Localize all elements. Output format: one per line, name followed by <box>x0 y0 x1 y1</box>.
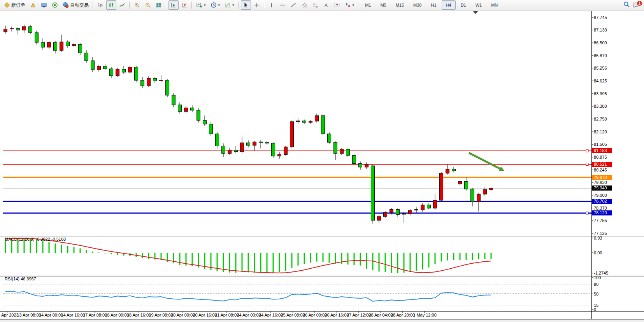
price-tick-label: 83.995 <box>594 91 607 96</box>
current-price-label: 79.349 <box>592 186 612 191</box>
rsi-tick-label: 50 <box>594 292 598 296</box>
price-line-label: 78.120 <box>592 210 612 215</box>
time-axis-label: 14 Apr 00:00 <box>39 313 63 317</box>
price-tick-label: 78.370 <box>594 206 607 210</box>
price-tick-label: 87.745 <box>594 15 607 20</box>
chart-canvas[interactable] <box>0 0 644 322</box>
price-line-label: 81.183 <box>592 148 612 153</box>
time-axis-label: 24 Apr 00:00 <box>237 313 261 317</box>
macd-tick-label: 0.93 <box>594 236 602 240</box>
time-axis-label: 28 Apr 04:00 <box>369 313 393 317</box>
rsi-tick-label: 80 <box>594 282 598 287</box>
time-axis-label: 18 Apr 00:00 <box>105 313 129 317</box>
time-axis-label: 28 Apr 20:00 <box>391 313 415 317</box>
time-axis-label: 13 Apr 08:00 <box>17 313 41 317</box>
time-axis-label: 27 Apr 12:00 <box>347 313 371 317</box>
time-axis-label: 20 Apr 00:00 <box>171 313 195 317</box>
price-tick-label: 82.120 <box>594 130 607 134</box>
rsi-tick-label: 0 <box>594 307 596 312</box>
price-line-label: 78.702 <box>592 199 612 204</box>
macd-tick-label: 0.00 <box>594 250 602 255</box>
price-tick-label: 85.255 <box>594 66 607 70</box>
rsi-tick-label: 100 <box>594 275 601 280</box>
price-tick-label: 77.755 <box>594 218 607 223</box>
metatrader-window: 新订单自动交易▾▾▾EFAT▾M1M5M15M30H1H4D1W1MN 1 ▼U… <box>0 0 644 322</box>
time-axis-label: 26 Apr 00:00 <box>303 313 327 317</box>
price-tick-label: 82.750 <box>594 117 607 121</box>
price-tick-label: 80.875 <box>594 155 607 159</box>
price-tick-label: 86.500 <box>594 40 607 45</box>
price-tick-label: 81.505 <box>594 142 607 147</box>
time-axis-label: 24 Apr 16:00 <box>259 313 283 317</box>
macd-indicator-label: MACD(12,26,9) -0.3822 -0.5168 <box>5 237 66 242</box>
macd-tick-label: -1.2745 <box>594 271 608 275</box>
price-tick-label: 80.245 <box>594 168 607 172</box>
price-line-label: 80.521 <box>592 162 612 167</box>
time-axis-label: 21 Apr 08:00 <box>215 313 239 317</box>
time-axis-label: 14 Apr 16:00 <box>61 313 85 317</box>
time-axis-label: 17 Apr 08:00 <box>83 313 107 317</box>
price-tick-label: 77.125 <box>594 231 607 236</box>
time-axis-label: 25 Apr 08:00 <box>281 313 305 317</box>
price-tick-label: 85.870 <box>594 53 607 58</box>
price-tick-label: 79.000 <box>594 193 607 198</box>
time-axis-label: 20 Apr 16:00 <box>193 313 217 317</box>
price-line-label: 79.878 <box>592 175 612 180</box>
price-tick-label: 79.630 <box>594 180 607 185</box>
price-tick-label: 83.380 <box>594 104 607 108</box>
time-axis-label: 19 Apr 08:00 <box>149 313 173 317</box>
price-tick-label: 84.625 <box>594 79 607 83</box>
time-axis-label: 12 Apr 2023 <box>0 313 19 317</box>
rsi-indicator-label: RSI(14) 46.3967 <box>5 276 36 281</box>
price-tick-label: 87.130 <box>594 28 607 32</box>
time-axis-label: 18 Apr 16:00 <box>127 313 151 317</box>
rsi-tick-label: 15 <box>594 303 598 308</box>
time-axis-label: 26 Apr 16:00 <box>325 313 349 317</box>
time-axis-label: 1 May 12:00 <box>413 313 437 317</box>
